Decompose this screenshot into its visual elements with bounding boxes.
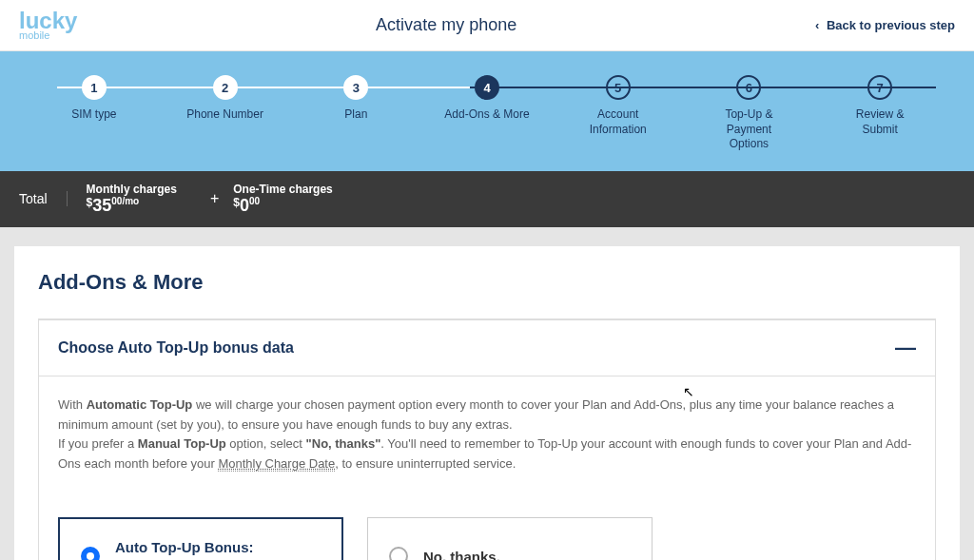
collapse-icon[interactable]: —: [895, 338, 916, 358]
onetime-charges: One-Time charges $000: [233, 183, 332, 216]
options-row: Auto Top-Up Bonus: 500MB/mo No, thanks.: [39, 517, 935, 560]
totals-label: Total: [19, 191, 68, 206]
step-addons[interactable]: 4 Add-Ons & More: [421, 75, 553, 123]
option-auto-topup-bonus[interactable]: Auto Top-Up Bonus: 500MB/mo: [58, 517, 343, 560]
monthly-charges: Monthly charges $3500/mo: [87, 183, 177, 216]
onetime-label: One-Time charges: [233, 183, 332, 196]
panel-title: Choose Auto Top-Up bonus data: [58, 339, 294, 357]
option-no-thanks[interactable]: No, thanks.: [367, 517, 653, 560]
step-label: Add-Ons & More: [444, 107, 529, 123]
step-label: Phone Number: [186, 107, 263, 123]
step-label: Review & Submit: [837, 107, 923, 137]
back-label: Back to previous step: [827, 18, 955, 32]
step-label: Account Information: [575, 107, 661, 137]
step-phone-number[interactable]: 2 Phone Number: [160, 75, 291, 123]
step-label: Plan: [344, 107, 367, 123]
radio-selected-icon: [81, 547, 100, 560]
step-label: SIM type: [71, 107, 116, 123]
option-label: Auto Top-Up Bonus: 500MB/mo: [115, 538, 254, 560]
step-circle: 3: [343, 75, 368, 100]
monthly-amount: $3500/mo: [87, 196, 177, 216]
step-plan[interactable]: 3 Plan: [290, 75, 421, 123]
monthly-charge-date-link[interactable]: Monthly Charge Date: [218, 456, 335, 472]
back-link[interactable]: ‹ Back to previous step: [815, 18, 955, 32]
step-topup-payment[interactable]: 6 Top-Up & Payment Options: [684, 75, 815, 152]
panel-paragraph-2: If you prefer a Manual Top-Up option, se…: [58, 434, 916, 474]
step-circle: 2: [213, 75, 238, 100]
panel-paragraph-1: With Automatic Top-Up we will charge you…: [58, 396, 916, 435]
step-circle: 6: [736, 75, 761, 100]
chevron-left-icon: ‹: [815, 18, 819, 32]
step-review-submit[interactable]: 7 Review & Submit: [814, 75, 945, 137]
plus-icon: +: [210, 190, 219, 207]
step-circle: 5: [606, 75, 631, 100]
step-circle: 1: [82, 75, 107, 100]
monthly-label: Monthly charges: [87, 183, 177, 196]
logo[interactable]: lucky mobile: [19, 10, 77, 41]
step-label: Top-Up & Payment Options: [706, 107, 791, 152]
content: Add-Ons & More Choose Auto Top-Up bonus …: [14, 246, 960, 560]
panel-auto-topup: Choose Auto Top-Up bonus data — With Aut…: [38, 319, 936, 560]
step-sim-type[interactable]: 1 SIM type: [29, 75, 160, 123]
page-title: Activate my phone: [376, 15, 516, 35]
section-title: Add-Ons & More: [38, 270, 936, 295]
panel-header[interactable]: Choose Auto Top-Up bonus data —: [39, 320, 935, 377]
onetime-amount: $000: [233, 196, 332, 216]
step-account-info[interactable]: 5 Account Information: [553, 75, 684, 137]
header: lucky mobile Activate my phone ‹ Back to…: [0, 0, 974, 51]
option-label: No, thanks.: [423, 548, 500, 560]
step-circle: 4: [475, 75, 499, 100]
panel-body: With Automatic Top-Up we will charge you…: [39, 377, 935, 493]
step-circle: 7: [867, 75, 892, 100]
dollar-sign: $: [233, 196, 240, 209]
totals-bar: Total Monthly charges $3500/mo + One-Tim…: [0, 171, 974, 227]
content-wrap: Add-Ons & More Choose Auto Top-Up bonus …: [0, 227, 974, 560]
stepper: 1 SIM type 2 Phone Number 3 Plan 4 Add-O…: [0, 51, 974, 171]
radio-unselected-icon: [389, 547, 408, 560]
